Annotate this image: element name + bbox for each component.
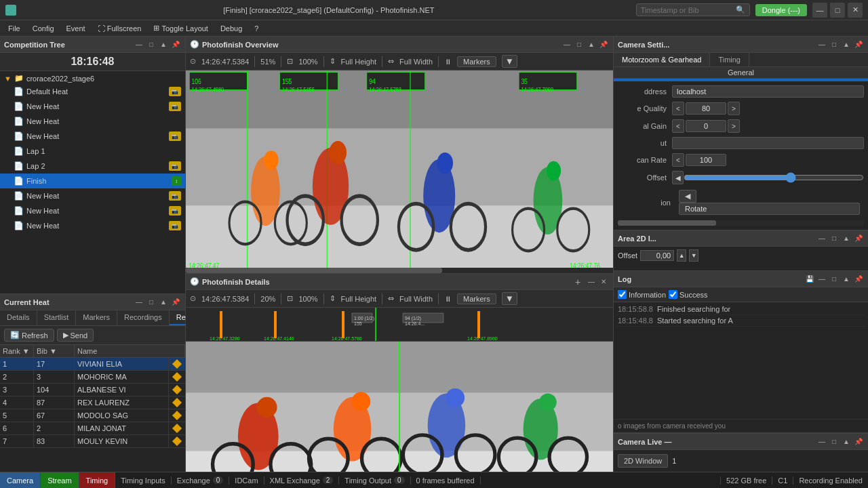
timeline-strip[interactable]: 14:26:47.3280 14:26:47.4140 14:26:47.578… xyxy=(186,308,613,342)
status-tab-timing[interactable]: Timing xyxy=(79,472,116,488)
tree-item-default-heat[interactable]: 📄 Default Heat 📷 xyxy=(0,84,185,99)
tree-item-finish[interactable]: 📄 Finish ↕ xyxy=(0,174,185,188)
menu-toggle-layout[interactable]: ⊞ Toggle Layout xyxy=(148,22,214,34)
tab-motorzoom[interactable]: Motorzoom & Gearhead xyxy=(614,53,710,66)
settings-scrollbar[interactable] xyxy=(618,220,864,226)
tab-details[interactable]: Details xyxy=(0,310,37,325)
search-input[interactable] xyxy=(641,6,736,14)
cam-settings-pin[interactable]: 📌 xyxy=(853,39,864,50)
rank-filter-icon[interactable]: ▼ xyxy=(22,347,30,355)
cam-settings-max[interactable]: □ xyxy=(829,39,840,50)
heat-float[interactable]: ▲ xyxy=(158,297,169,308)
ion-prev-button[interactable]: ◀ xyxy=(679,190,696,203)
log-pin[interactable]: 📌 xyxy=(853,274,864,285)
search-bar[interactable]: 🔍 xyxy=(636,3,750,16)
markers-arrow-button[interactable]: ▼ xyxy=(502,55,517,68)
cam-settings-float[interactable]: ▲ xyxy=(841,39,852,50)
tab-recordings[interactable]: Recordings xyxy=(117,310,170,325)
overview-float[interactable]: ▲ xyxy=(586,39,597,50)
tree-item-new-heat-4[interactable]: 📄 New Heat 📷 xyxy=(0,188,185,203)
tree-item-lap1[interactable]: 📄 Lap 1 xyxy=(0,144,185,159)
tab-startlist[interactable]: Startlist xyxy=(37,310,77,325)
area2d-pin[interactable]: 📌 xyxy=(853,233,864,244)
tab-timing[interactable]: Timing xyxy=(710,53,749,66)
details-markers-arrow[interactable]: ▼ xyxy=(502,292,517,305)
markers-button[interactable]: Markers xyxy=(457,56,496,67)
comp-tree-max[interactable]: □ xyxy=(146,39,157,50)
menu-file[interactable]: File xyxy=(3,23,26,34)
address-input[interactable] xyxy=(672,85,864,98)
area2d-offset-input[interactable] xyxy=(640,250,674,261)
cam-settings-min[interactable]: — xyxy=(816,39,827,50)
quality-inc-button[interactable]: > xyxy=(728,102,740,115)
details-markers-button[interactable]: Markers xyxy=(457,293,496,304)
success-checkbox[interactable] xyxy=(669,290,677,299)
menu-help[interactable]: ? xyxy=(249,23,264,34)
row-action[interactable] xyxy=(169,361,185,367)
menu-config[interactable]: Config xyxy=(27,23,60,34)
refresh-button[interactable]: 🔄 Refresh xyxy=(4,329,54,342)
log-info-check[interactable]: Information xyxy=(618,290,666,299)
row-action[interactable] xyxy=(169,386,185,393)
comp-tree-float[interactable]: ▲ xyxy=(158,39,169,50)
menu-fullscreen[interactable]: ⛶ Fullscreen xyxy=(92,23,147,34)
live-float[interactable]: ▲ xyxy=(841,436,852,447)
overview-restore[interactable]: □ xyxy=(574,39,585,50)
minimize-button[interactable]: — xyxy=(812,3,827,18)
area2d-max[interactable]: □ xyxy=(829,233,840,244)
live-max[interactable]: □ xyxy=(829,436,840,447)
info-checkbox[interactable] xyxy=(618,290,627,299)
offset-left-button[interactable]: ◀ xyxy=(672,171,684,184)
log-float[interactable]: ▲ xyxy=(841,274,852,285)
search-icon[interactable]: 🔍 xyxy=(736,5,745,14)
row-action[interactable] xyxy=(169,438,185,445)
details-close[interactable]: ✕ xyxy=(598,277,609,287)
area2d-dec-button[interactable]: ▼ xyxy=(689,249,698,262)
output-input[interactable] xyxy=(672,137,864,149)
table-row[interactable]: 2 3 MOHORIC MA xyxy=(0,371,185,384)
add-marker-btn[interactable]: + xyxy=(572,277,583,287)
tree-item-new-heat-6[interactable]: 📄 New Heat 📷 xyxy=(0,218,185,233)
table-row[interactable]: 3 104 ALBANESE VI xyxy=(0,384,185,396)
maximize-button[interactable]: □ xyxy=(830,3,845,18)
table-row[interactable]: 6 2 MILAN JONAT xyxy=(0,422,185,435)
close-button[interactable]: ✕ xyxy=(848,3,863,18)
overview-scrollbar[interactable] xyxy=(186,268,613,273)
table-row[interactable]: 4 87 REX LAURENZ xyxy=(0,396,185,409)
area2d-inc-button[interactable]: ▲ xyxy=(677,249,686,262)
live-min[interactable]: — xyxy=(816,436,827,447)
overview-min[interactable]: — xyxy=(561,39,572,50)
tree-item-new-heat-2[interactable]: 📄 New Heat xyxy=(0,114,185,129)
overview-pin[interactable]: 📌 xyxy=(598,39,609,50)
heat-min[interactable]: — xyxy=(134,297,144,308)
dongle-button[interactable]: Dongle (---) xyxy=(755,4,807,16)
comp-tree-min[interactable]: — xyxy=(134,39,144,50)
area2d-float[interactable]: ▲ xyxy=(841,233,852,244)
table-row[interactable]: 5 67 MODOLO SAG xyxy=(0,409,185,422)
scanrate-dec-button[interactable]: < xyxy=(672,153,684,167)
gain-dec-button[interactable]: < xyxy=(672,119,684,133)
log-save[interactable]: 💾 xyxy=(804,274,815,285)
table-row[interactable]: 1 17 VIVIANI ELIA xyxy=(0,358,185,371)
menu-event[interactable]: Event xyxy=(61,23,91,34)
table-row[interactable]: 7 83 MOULY KEVIN xyxy=(0,435,185,448)
row-action[interactable] xyxy=(169,399,185,406)
row-action[interactable] xyxy=(169,373,185,380)
row-action[interactable] xyxy=(169,425,185,432)
details-min[interactable]: — xyxy=(586,277,597,287)
status-tab-camera[interactable]: Camera xyxy=(0,472,41,488)
gain-inc-button[interactable]: > xyxy=(728,119,740,133)
live-pin[interactable]: 📌 xyxy=(853,436,864,447)
offset-slider[interactable] xyxy=(684,172,864,183)
heat-pin[interactable]: 📌 xyxy=(170,297,181,308)
tree-item-new-heat-3[interactable]: 📄 New Heat 📷 xyxy=(0,129,185,144)
status-tab-stream[interactable]: Stream xyxy=(41,472,79,488)
live-2d-window-button[interactable]: 2D Window xyxy=(618,454,668,468)
tree-root[interactable]: ▼ 📁 crorace2022_stage6 xyxy=(0,73,185,84)
area2d-min[interactable]: — xyxy=(816,233,827,244)
quality-dec-button[interactable]: < xyxy=(672,102,684,115)
log-max[interactable]: □ xyxy=(829,274,840,285)
tree-item-lap2[interactable]: 📄 Lap 2 📷 xyxy=(0,159,185,174)
bib-filter-icon[interactable]: ▼ xyxy=(50,347,57,355)
tree-item-new-heat-1[interactable]: 📄 New Heat 📷 xyxy=(0,99,185,114)
